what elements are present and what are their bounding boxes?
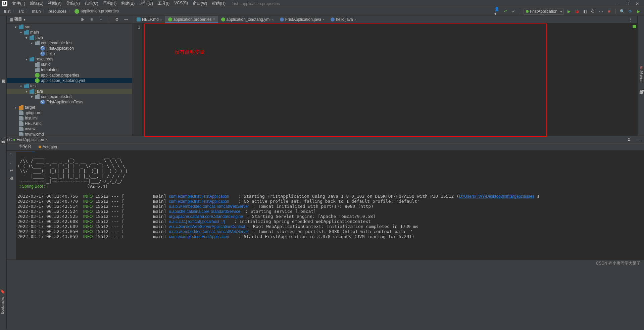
bookmarks-label[interactable]: Bookmarks: [0, 296, 5, 315]
tree-item[interactable]: mvnw.cmd: [7, 132, 132, 136]
user-icon[interactable]: 👤▾: [494, 8, 500, 14]
tree-item[interactable]: ▾com.example.frist: [7, 94, 132, 99]
structure-label[interactable]: 结构: [0, 145, 6, 148]
menu-view[interactable]: 视图(V): [46, 0, 63, 7]
breadcrumb-item[interactable]: main: [31, 9, 42, 14]
console-output[interactable]: . ____ _ __ _ _ /\\ / ___'_ __ _ _(_)_ _…: [16, 151, 644, 260]
menu-code[interactable]: 代码(C): [83, 0, 100, 7]
close-tab-icon[interactable]: ×: [160, 18, 162, 21]
tree-item[interactable]: .gitignore: [7, 110, 132, 115]
minimize-icon[interactable]: —: [615, 2, 619, 6]
menu-help[interactable]: 帮助(H): [210, 0, 228, 7]
project-tree[interactable]: ▾src▾main▾java▾com.example.fristFristApp…: [7, 23, 132, 136]
hide-icon[interactable]: —: [635, 137, 641, 143]
close-icon[interactable]: ✕: [635, 2, 639, 6]
tab-actuator[interactable]: ✽ Actuator: [35, 143, 61, 151]
editor-tab[interactable]: application.properties×: [165, 16, 218, 23]
run-icon[interactable]: ▶: [566, 8, 572, 14]
down-icon[interactable]: ↓: [10, 160, 14, 165]
menu-build[interactable]: 构建(B): [119, 0, 137, 7]
gear-icon[interactable]: ⚙: [114, 16, 120, 22]
menu-run[interactable]: 运行(U): [137, 0, 155, 7]
collapse-icon[interactable]: ÷: [98, 16, 104, 22]
maximize-icon[interactable]: ☐: [625, 2, 629, 6]
coverage-icon[interactable]: ◧: [582, 8, 588, 14]
fileic-icon: [19, 127, 23, 131]
file-icon: [137, 17, 141, 21]
close-tab-icon[interactable]: ×: [323, 18, 325, 21]
up-icon[interactable]: ↑: [10, 152, 14, 157]
inspection-ok-icon[interactable]: [633, 25, 636, 28]
left-stripe-project[interactable]: 项目: [0, 15, 7, 136]
editor-tab[interactable]: hello.java×: [328, 16, 359, 23]
menu-refactor[interactable]: 重构(R): [101, 0, 119, 7]
tab-console[interactable]: 控制台: [16, 142, 35, 151]
bookmarks-icon[interactable]: 🔖: [0, 289, 5, 294]
tree-item[interactable]: ▾test: [7, 83, 132, 89]
hide-icon[interactable]: —: [123, 16, 129, 22]
menu-window[interactable]: 窗口(W): [191, 0, 209, 7]
tree-item[interactable]: templates: [7, 67, 132, 73]
tree-item[interactable]: ▾src: [7, 24, 132, 30]
wrap-icon[interactable]: ↩: [10, 168, 14, 173]
tree-item[interactable]: ▸target: [7, 105, 132, 110]
menu-vcs[interactable]: VCS(S): [172, 0, 190, 7]
ide-icon[interactable]: ▶: [635, 8, 641, 14]
locate-icon[interactable]: ⊕: [79, 16, 85, 22]
breadcrumb-item[interactable]: resources: [47, 9, 68, 14]
sync-icon[interactable]: ⟳: [627, 8, 633, 14]
tree-item[interactable]: static: [7, 62, 132, 67]
code-area[interactable]: 没有点明变量: [142, 23, 637, 136]
stop-icon[interactable]: ■: [606, 8, 612, 14]
editor-tab[interactable]: HELP.md×: [134, 16, 165, 23]
menu-edit[interactable]: 编辑(E): [28, 0, 45, 7]
spring-icon: [35, 78, 40, 83]
run-config-select[interactable]: FristApplication: [524, 8, 564, 15]
tree-item[interactable]: application.properties: [7, 73, 132, 78]
menu-tools[interactable]: 工具(I): [156, 0, 171, 7]
breadcrumb-item[interactable]: application.properties: [73, 9, 120, 14]
tree-item[interactable]: frist.iml: [7, 115, 132, 121]
tree-item[interactable]: ▾com.example.frist: [7, 40, 132, 46]
close-tab-icon[interactable]: ×: [272, 18, 274, 21]
structure-icon[interactable]: ⬚: [1, 138, 5, 142]
file-icon: [280, 17, 284, 21]
search-icon[interactable]: 🔍: [619, 8, 625, 14]
right-stripe[interactable]: m Maven 数据库: [637, 15, 644, 136]
redo-icon[interactable]: ✓: [510, 8, 516, 14]
breadcrumb-item[interactable]: frist: [3, 9, 12, 14]
tree-item[interactable]: HELP.md: [7, 121, 132, 126]
tree-item[interactable]: ▾resources: [7, 56, 132, 62]
run-header-dot-icon: ●: [13, 137, 15, 142]
toolbar: 👤▾ ↶ ✓ FristApplication ▶ 🐞 ◧ ⏱ ⋯ ■ 🔍 ⟳ …: [494, 8, 641, 15]
tab-list-icon[interactable]: ⋮: [627, 16, 633, 22]
gear-icon[interactable]: ⚙: [626, 137, 632, 143]
tree-item[interactable]: ▾java: [7, 89, 132, 94]
jclass-icon: [40, 100, 45, 104]
menu-file[interactable]: 文件(F): [10, 0, 27, 7]
tree-item[interactable]: application_xiaotang.yml: [7, 78, 132, 83]
expand-icon[interactable]: ≡: [89, 16, 95, 22]
back-icon[interactable]: ↶: [502, 8, 508, 14]
tree-item[interactable]: FristApplicationTests: [7, 99, 132, 105]
tree-item[interactable]: FristApplication: [7, 46, 132, 51]
editor-tab[interactable]: application_xiaotang.yml×: [218, 16, 277, 23]
debug-icon[interactable]: 🐞: [574, 8, 580, 14]
main-menu: 文件(F) 编辑(E) 视图(V) 导航(N) 代码(C) 重构(R) 构建(B…: [10, 0, 228, 7]
menu-nav[interactable]: 导航(N): [64, 0, 82, 7]
run-config-tab[interactable]: FristApplication: [16, 137, 44, 142]
tree-item[interactable]: ▾main: [7, 30, 132, 35]
tree-item[interactable]: ▾java: [7, 35, 132, 40]
print-icon[interactable]: 🖶: [10, 176, 14, 181]
attach-icon[interactable]: ⋯: [598, 8, 604, 14]
tree-item[interactable]: hello: [7, 51, 132, 56]
line-gutter: 1: [132, 23, 142, 136]
profile-icon[interactable]: ⏱: [590, 8, 596, 14]
tree-item[interactable]: mvnw: [7, 126, 132, 132]
close-tab-icon[interactable]: ×: [354, 18, 356, 21]
breadcrumb-item[interactable]: src: [17, 9, 25, 14]
maven-m-icon[interactable]: m: [639, 66, 644, 69]
editor-tab[interactable]: FristApplication.java×: [277, 16, 328, 23]
close-tab-icon[interactable]: ×: [213, 17, 215, 21]
run-panel: 运行: ● FristApplication × ⚙ — 控制台 ✽ Actua…: [0, 136, 644, 260]
